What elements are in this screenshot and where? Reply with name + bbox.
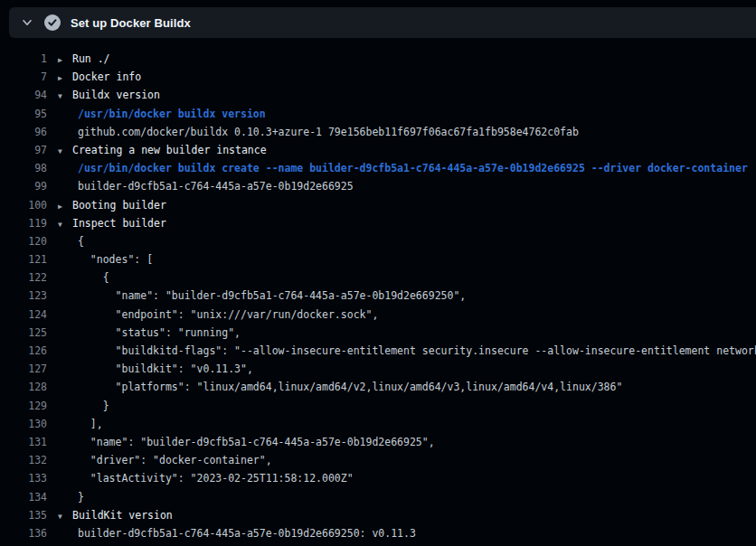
log-line: 123 "name": "builder-d9cfb5a1-c764-445a-… xyxy=(0,287,756,305)
line-number[interactable]: 7 xyxy=(0,68,47,86)
line-number[interactable]: 120 xyxy=(0,232,47,250)
log-line: 96github.com/docker/buildx 0.10.3+azure-… xyxy=(0,123,756,141)
log-line-content: "driver": "docker-container", xyxy=(58,451,272,469)
log-line: 127 "buildkit": "v0.11.3", xyxy=(0,360,756,378)
log-line: 98/usr/bin/docker buildx create --name b… xyxy=(0,159,756,177)
log-line: 125 "status": "running", xyxy=(0,324,756,342)
log-text: } xyxy=(78,491,84,504)
log-line: 128 "platforms": "linux/amd64,linux/amd6… xyxy=(0,378,756,396)
line-number[interactable]: 127 xyxy=(0,360,47,378)
group-arrow-collapsed-icon: ▶ xyxy=(58,198,72,214)
line-number[interactable]: 129 xyxy=(0,397,47,415)
log-text: ], xyxy=(78,418,103,430)
log-text: Booting builder xyxy=(72,199,166,212)
log-text: Inspect builder xyxy=(72,217,166,230)
log-text: "buildkit": "v0.11.3", xyxy=(78,362,253,375)
log-line-content: ▼Buildx version xyxy=(58,86,160,104)
log-line[interactable]: 100▶Booting builder xyxy=(0,196,756,214)
line-number[interactable]: 123 xyxy=(0,287,47,305)
line-number[interactable]: 136 xyxy=(0,524,47,542)
log-text: /usr/bin/docker buildx version xyxy=(78,108,266,120)
log-text: BuildKit version xyxy=(72,509,173,522)
group-arrow-expanded-icon: ▼ xyxy=(58,143,72,159)
line-number[interactable]: 119 xyxy=(0,214,47,232)
log-text: "driver": "docker-container", xyxy=(78,454,272,466)
step-title: Set up Docker Buildx xyxy=(71,16,191,30)
line-number[interactable]: 131 xyxy=(0,433,47,451)
log-line: 136builder-d9cfb5a1-c764-445a-a57e-0b19d… xyxy=(0,524,756,542)
line-number[interactable]: 99 xyxy=(0,177,47,195)
log-line: 122 { xyxy=(0,268,756,287)
line-number[interactable]: 97 xyxy=(0,141,47,159)
line-number[interactable]: 130 xyxy=(0,415,47,433)
line-number[interactable]: 132 xyxy=(0,451,47,469)
line-number[interactable]: 128 xyxy=(0,378,47,396)
line-number[interactable]: 124 xyxy=(0,306,47,324)
line-number[interactable]: 96 xyxy=(0,123,47,141)
log-line-content: ▼BuildKit version xyxy=(58,506,173,524)
log-line[interactable]: 97▼Creating a new builder instance xyxy=(0,141,756,159)
line-number[interactable]: 100 xyxy=(0,196,47,214)
group-arrow-expanded-icon: ▼ xyxy=(58,508,72,524)
log-line-content: builder-d9cfb5a1-c764-445a-a57e-0b19d2e6… xyxy=(58,177,354,195)
log-line[interactable]: 1▶Run ./ xyxy=(0,50,756,68)
line-number[interactable]: 133 xyxy=(0,469,47,487)
log-line[interactable]: 119▼Inspect builder xyxy=(0,214,756,232)
log-line-content: } xyxy=(58,397,109,415)
log-line[interactable]: 94▼Buildx version xyxy=(0,86,756,104)
step-header[interactable]: Set up Docker Buildx xyxy=(9,7,756,38)
log-text: "status": "running", xyxy=(78,326,241,339)
log-line: 124 "endpoint": "unix:///var/run/docker.… xyxy=(0,306,756,324)
line-number[interactable]: 122 xyxy=(0,268,47,287)
line-number[interactable]: 98 xyxy=(0,159,47,177)
log-text: "lastActivity": "2023-02-25T11:58:12.000… xyxy=(78,472,354,485)
log-line-content: { xyxy=(58,232,84,250)
log-line-content: "buildkit": "v0.11.3", xyxy=(58,360,253,378)
group-arrow-expanded-icon: ▼ xyxy=(58,216,72,232)
line-number[interactable]: 95 xyxy=(0,105,47,123)
log-line-content: /usr/bin/docker buildx version xyxy=(58,105,266,123)
log-line-content: "nodes": [ xyxy=(58,250,153,268)
log-line: 132 "driver": "docker-container", xyxy=(0,451,756,469)
line-number[interactable]: 94 xyxy=(0,86,47,104)
log-text: builder-d9cfb5a1-c764-445a-a57e-0b19d2e6… xyxy=(78,527,416,540)
log-text: "nodes": [ xyxy=(78,253,153,266)
log-line: 129 } xyxy=(0,397,756,415)
log-line: 99builder-d9cfb5a1-c764-445a-a57e-0b19d2… xyxy=(0,177,756,195)
group-arrow-collapsed-icon: ▶ xyxy=(58,70,72,86)
log-line: 134} xyxy=(0,488,756,506)
log-line: 120{ xyxy=(0,232,756,250)
log-line-content: builder-d9cfb5a1-c764-445a-a57e-0b19d2e6… xyxy=(58,524,416,542)
log-text: github.com/docker/buildx 0.10.3+azure-1 … xyxy=(78,126,579,138)
log-line-content: ▼Creating a new builder instance xyxy=(58,141,267,159)
log-text: Buildx version xyxy=(72,89,160,101)
log-line: 95/usr/bin/docker buildx version xyxy=(0,105,756,123)
log-line: 126 "buildkitd-flags": "--allow-insecure… xyxy=(0,342,756,360)
log-line[interactable]: 135▼BuildKit version xyxy=(0,506,756,524)
log-text: /usr/bin/docker buildx create --name bui… xyxy=(78,162,748,174)
log-text: builder-d9cfb5a1-c764-445a-a57e-0b19d2e6… xyxy=(78,180,354,193)
log-line-content: ], xyxy=(58,415,103,433)
log-text: Docker info xyxy=(72,71,141,83)
log-text: { xyxy=(78,235,84,248)
line-number[interactable]: 126 xyxy=(0,342,47,360)
log-text: "platforms": "linux/amd64,linux/amd64/v2… xyxy=(78,381,622,393)
log-text: } xyxy=(78,400,109,412)
log-text: "buildkitd-flags": "--allow-insecure-ent… xyxy=(78,344,756,357)
line-number[interactable]: 135 xyxy=(0,506,47,524)
chevron-down-icon[interactable] xyxy=(20,15,34,30)
line-number[interactable]: 121 xyxy=(0,250,47,268)
log-line: 131 "name": "builder-d9cfb5a1-c764-445a-… xyxy=(0,433,756,451)
log-line-content: { xyxy=(58,268,109,287)
log-line-content: /usr/bin/docker buildx create --name bui… xyxy=(58,159,748,177)
line-number[interactable]: 125 xyxy=(0,324,47,342)
log-line-content: "lastActivity": "2023-02-25T11:58:12.000… xyxy=(58,469,354,487)
log-line[interactable]: 7▶Docker info xyxy=(0,68,756,86)
line-number[interactable]: 134 xyxy=(0,488,47,506)
line-number[interactable]: 1 xyxy=(0,50,47,68)
log-line: 133 "lastActivity": "2023-02-25T11:58:12… xyxy=(0,469,756,487)
log-line-content: "name": "builder-d9cfb5a1-c764-445a-a57e… xyxy=(58,433,435,451)
log-text: { xyxy=(78,271,109,284)
log-line: 121 "nodes": [ xyxy=(0,250,756,268)
log-text: "name": "builder-d9cfb5a1-c764-445a-a57e… xyxy=(78,436,435,448)
